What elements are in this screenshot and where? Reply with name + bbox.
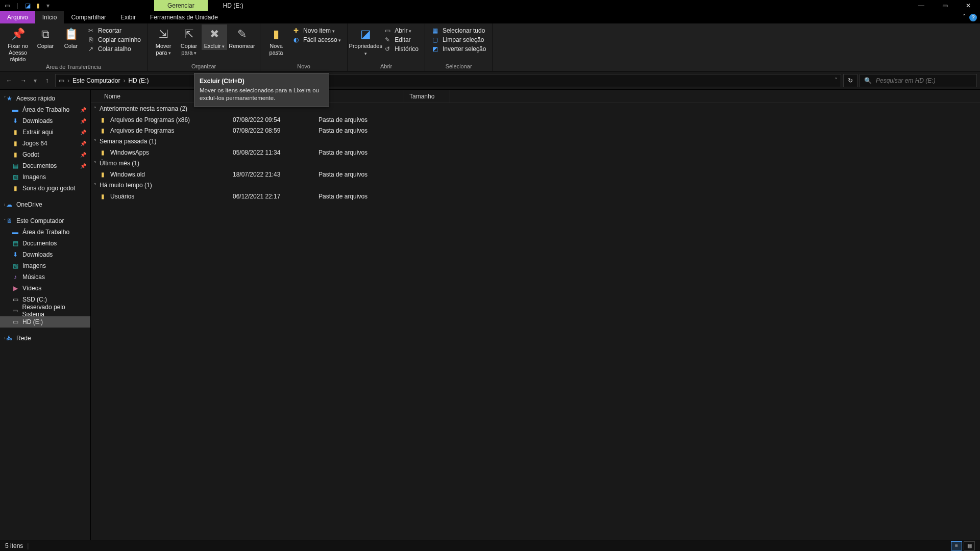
cut-button[interactable]: ✂Recortar xyxy=(84,27,144,35)
crumb-here[interactable]: HD (E:) xyxy=(128,77,149,84)
delete-label: Excluir xyxy=(204,43,225,50)
navpane-pc-hd[interactable]: ▭HD (E:) xyxy=(0,316,90,328)
folder-icon: ▮ xyxy=(101,171,110,178)
file-row[interactable]: ▮WindowsApps05/08/2022 11:34Pasta de arq… xyxy=(91,147,980,158)
select-none-button[interactable]: ▢Limpar seleção xyxy=(428,36,489,44)
folder-icon: ▮ xyxy=(11,140,19,147)
tooltip-title: Excluir (Ctrl+D) xyxy=(200,78,324,85)
navpane-pc-music[interactable]: ♪Músicas xyxy=(0,271,90,283)
qat-dropdown-icon[interactable]: ▾ xyxy=(44,2,52,10)
window-maximize[interactable]: ▭ xyxy=(933,0,957,11)
navpane-quick-access[interactable]: ˅★Acesso rápido xyxy=(0,93,90,104)
copy-label: Copiar xyxy=(37,43,54,49)
address-bar[interactable]: ▭ › Este Computador › HD (E:) ˅ xyxy=(55,74,841,87)
tab-file[interactable]: Arquivo xyxy=(0,11,35,23)
navpane-documents[interactable]: ▤Documentos📌 xyxy=(0,160,90,171)
window-close[interactable]: ✕ xyxy=(957,0,980,11)
pin-quick-access-button[interactable]: 📌 Fixar no Acesso rápido xyxy=(3,24,33,63)
invert-selection-button[interactable]: ◩Inverter seleção xyxy=(428,45,489,53)
ribbon-collapse[interactable]: ˆ xyxy=(963,14,965,21)
navpane-pictures[interactable]: ▧Imagens xyxy=(0,171,90,183)
paste-label: Colar xyxy=(64,43,78,49)
file-name: Arquivos de Programas xyxy=(110,127,233,134)
paste-shortcut-label: Colar atalho xyxy=(98,45,131,53)
navpane-pc-documents[interactable]: ▤Documentos xyxy=(0,238,90,249)
file-row[interactable]: ▮Arquivos de Programas (x86)07/08/2022 0… xyxy=(91,114,980,125)
edit-button[interactable]: ✎Editar xyxy=(380,36,422,44)
easyaccess-icon: ◐ xyxy=(292,36,300,43)
nav-back[interactable]: ← xyxy=(3,74,15,87)
search-box[interactable]: 🔍 xyxy=(860,74,977,87)
navpane-pc-downloads[interactable]: ⬇Downloads xyxy=(0,249,90,260)
col-type[interactable] xyxy=(317,90,404,103)
address-dropdown-icon[interactable]: ˅ xyxy=(835,77,838,84)
window-minimize[interactable]: — xyxy=(910,0,933,11)
navpane-extract[interactable]: ▮Extrair aqui📌 xyxy=(0,127,90,138)
refresh-button[interactable]: ↻ xyxy=(843,74,857,87)
chevron-down-icon: ˅ xyxy=(94,161,96,166)
properties-button[interactable]: ◪ Propriedades xyxy=(351,24,380,57)
copy-to-button[interactable]: ⇱ Copiar para xyxy=(176,24,202,57)
crumb-sep-icon: › xyxy=(67,77,69,84)
paste-shortcut-button[interactable]: ↗Colar atalho xyxy=(84,45,144,53)
help-icon[interactable]: ? xyxy=(969,14,977,21)
navpane-downloads[interactable]: ⬇Downloads📌 xyxy=(0,115,90,127)
file-name: Usuários xyxy=(110,193,233,200)
open-label: Abrir xyxy=(395,27,411,34)
crumb-root[interactable]: Este Computador xyxy=(72,77,120,84)
edit-label: Editar xyxy=(395,36,410,43)
nav-forward[interactable]: → xyxy=(17,74,30,87)
history-button[interactable]: ↺Histórico xyxy=(380,45,422,53)
qat-properties-icon[interactable]: ◪ xyxy=(23,2,32,10)
navpane-godot[interactable]: ▮Godot📌 xyxy=(0,149,90,160)
navpane-pc-pictures[interactable]: ▧Imagens xyxy=(0,260,90,271)
select-all-label: Selecionar tudo xyxy=(443,27,485,34)
desktop-icon: ▬ xyxy=(11,106,19,113)
drive-icon: ▭ xyxy=(59,77,64,84)
file-row[interactable]: ▮Arquivos de Programas07/08/2022 08:59Pa… xyxy=(91,125,980,136)
navpane-this-pc[interactable]: ˅🖥Este Computador xyxy=(0,215,90,227)
invert-selection-label: Inverter seleção xyxy=(443,45,486,53)
tab-view[interactable]: Exibir xyxy=(113,11,143,23)
copy-button[interactable]: ⧉ Copiar xyxy=(33,24,58,49)
nav-recent-dropdown[interactable]: ▾ xyxy=(32,74,39,87)
navpane-pc-reserved[interactable]: ▭Reservado pelo Sistema xyxy=(0,305,90,316)
qat-newfolder-icon[interactable]: ▮ xyxy=(34,2,42,10)
navpane-pc-desktop[interactable]: ▬Área de Trabalho xyxy=(0,227,90,238)
file-group-header[interactable]: ˅Há muito tempo (1) xyxy=(91,180,980,191)
tooltip-body: Mover os itens selecionados para a Lixei… xyxy=(200,87,324,102)
easy-access-button[interactable]: ◐Fácil acesso xyxy=(289,36,344,44)
navpane-desktop[interactable]: ▬Área de Trabalho📌 xyxy=(0,104,90,115)
col-size[interactable]: Tamanho xyxy=(404,90,450,103)
file-group-header[interactable]: ˅Semana passada (1) xyxy=(91,136,980,147)
properties-icon: ◪ xyxy=(357,27,374,42)
rename-button[interactable]: ✎ Renomear xyxy=(227,24,257,49)
history-icon: ↺ xyxy=(383,45,391,53)
tab-share[interactable]: Compartilhar xyxy=(64,11,113,23)
context-tab-manage[interactable]: Gerenciar xyxy=(154,0,208,11)
navpane-onedrive[interactable]: ›☁OneDrive xyxy=(0,199,90,210)
properties-label: Propriedades xyxy=(349,43,382,57)
move-to-button[interactable]: ⇲ Mover para xyxy=(151,24,176,57)
file-group-header[interactable]: ˅Último mês (1) xyxy=(91,158,980,169)
tab-home[interactable]: Início xyxy=(35,11,64,23)
view-details-toggle[interactable]: ≡ xyxy=(951,541,962,550)
copy-path-button[interactable]: ⎘Copiar caminho xyxy=(84,36,144,44)
new-folder-button[interactable]: ▮ Nova pasta xyxy=(263,24,289,56)
view-icons-toggle[interactable]: ▦ xyxy=(964,541,975,550)
navpane-games[interactable]: ▮Jogos 64📌 xyxy=(0,138,90,149)
file-row[interactable]: ▮Usuários06/12/2021 22:17Pasta de arquiv… xyxy=(91,191,980,202)
open-button[interactable]: ▭Abrir xyxy=(380,27,422,35)
select-all-button[interactable]: ▦Selecionar tudo xyxy=(428,27,489,35)
nav-up[interactable]: ↑ xyxy=(41,74,53,87)
file-row[interactable]: ▮Windows.old18/07/2022 21:43Pasta de arq… xyxy=(91,169,980,180)
delete-button[interactable]: ✖ Excluir xyxy=(202,24,227,50)
paste-button[interactable]: 📋 Colar xyxy=(58,24,84,49)
tab-drive-tools[interactable]: Ferramentas de Unidade xyxy=(143,11,225,23)
navpane-pc-videos[interactable]: ▶Vídeos xyxy=(0,283,90,294)
rename-label: Renomear xyxy=(229,43,255,49)
new-item-button[interactable]: ✚Novo item xyxy=(289,27,344,35)
search-input[interactable] xyxy=(876,77,972,84)
navpane-godot-sounds[interactable]: ▮Sons do jogo godot xyxy=(0,183,90,194)
navpane-network[interactable]: ›🖧Rede xyxy=(0,333,90,344)
